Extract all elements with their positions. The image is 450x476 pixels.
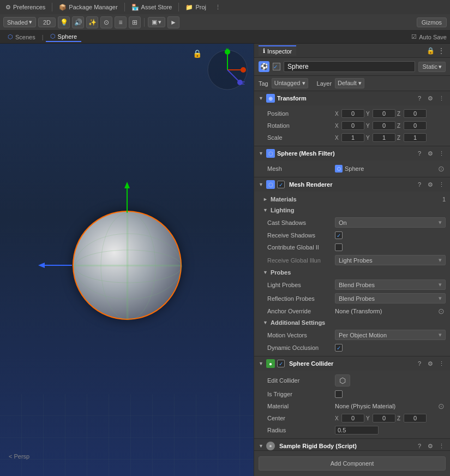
dynamic-occlusion-row: Dynamic Occlusion bbox=[254, 342, 450, 354]
position-z-input[interactable] bbox=[404, 109, 427, 118]
mesh-filter-header[interactable]: ▼ ⬡ Sphere (Mesh Filter) ? ⚙ ⋮ bbox=[254, 146, 450, 160]
sphere-collider-settings[interactable]: ⚙ bbox=[426, 359, 435, 368]
layer-select[interactable]: Default ▾ bbox=[335, 78, 364, 88]
object-enabled-checkbox[interactable] bbox=[273, 63, 280, 70]
reflection-probes-dropdown[interactable]: Blend Probes ▾ bbox=[335, 293, 446, 304]
inspector-menu-btn[interactable]: ⋮ bbox=[437, 46, 446, 55]
is-trigger-checkbox[interactable] bbox=[335, 390, 343, 398]
inspector-tab[interactable]: ℹ Inspector bbox=[259, 45, 296, 56]
rigid-body-help[interactable]: ? bbox=[415, 442, 424, 450]
shading-dropdown[interactable]: Shaded ▾ bbox=[3, 17, 36, 27]
rotation-x-input[interactable] bbox=[341, 121, 364, 130]
edit-collider-btn[interactable]: ⬡ bbox=[335, 374, 350, 386]
cast-shadows-dropdown[interactable]: On ▾ bbox=[335, 217, 446, 228]
add-component-button[interactable]: Add Component bbox=[259, 456, 446, 471]
add-component-area: Add Component bbox=[254, 450, 450, 476]
receive-shadows-checkbox[interactable] bbox=[335, 231, 343, 239]
script-icon: ● bbox=[266, 442, 275, 450]
x-arrowhead bbox=[38, 263, 45, 268]
mesh-icon: ⬡ bbox=[335, 165, 343, 172]
mesh-renderer-more[interactable]: ⋮ bbox=[437, 180, 446, 189]
position-y-input[interactable] bbox=[373, 109, 395, 118]
motion-vectors-dropdown[interactable]: Per Object Motion ▾ bbox=[335, 330, 446, 340]
sphere-collider-enabled[interactable] bbox=[277, 360, 285, 367]
collider-material-btn[interactable]: ⊙ bbox=[437, 402, 446, 410]
anim-toggle[interactable]: ⊞ bbox=[129, 16, 141, 28]
scale-label: Scale bbox=[267, 134, 333, 141]
menu-asset-store[interactable]: 🏪 Asset Store bbox=[128, 3, 176, 12]
light-probes-dropdown[interactable]: Blend Probes ▾ bbox=[335, 279, 446, 290]
tab-scenes[interactable]: ⬡ Scenes bbox=[3, 32, 40, 41]
menu-proj[interactable]: 📁 Proj bbox=[182, 3, 209, 12]
inspector-lock-btn[interactable]: 🔒 bbox=[426, 46, 435, 55]
dynamic-occlusion-checkbox[interactable] bbox=[335, 344, 343, 352]
layout-dropdown[interactable]: ▣ ▾ bbox=[148, 17, 165, 27]
auto-save-checkbox[interactable]: ☑ bbox=[411, 33, 417, 40]
asset-icon: 🏪 bbox=[131, 4, 139, 11]
transform-more[interactable]: ⋮ bbox=[437, 94, 446, 103]
menu-more[interactable]: ⋮ bbox=[212, 3, 224, 12]
sphere-icon: ⬡ bbox=[50, 33, 56, 40]
cast-shadows-row: Cast Shadows On ▾ bbox=[254, 216, 450, 229]
rigid-body-settings[interactable]: ⚙ bbox=[426, 442, 435, 450]
menu-divider-2 bbox=[124, 3, 125, 11]
shading-arrow: ▾ bbox=[29, 19, 32, 26]
mesh-filter-help[interactable]: ? bbox=[415, 149, 424, 158]
static-button[interactable]: Static ▾ bbox=[418, 62, 446, 72]
rotation-y-input[interactable] bbox=[373, 121, 395, 130]
radius-input[interactable] bbox=[335, 426, 379, 435]
rigid-body-more[interactable]: ⋮ bbox=[437, 442, 446, 450]
menu-package-manager[interactable]: 📦 Package Manager bbox=[56, 3, 121, 12]
lighting-section[interactable]: ▼ Lighting bbox=[254, 205, 450, 216]
scene-lock[interactable]: 🔒 bbox=[193, 49, 202, 58]
mesh-filter-more[interactable]: ⋮ bbox=[437, 149, 446, 158]
anchor-override-btn[interactable]: ⊙ bbox=[437, 307, 446, 316]
mesh-renderer-header[interactable]: ▼ ⬡ Mesh Renderer ? ⚙ ⋮ bbox=[254, 177, 450, 192]
sphere-object[interactable] bbox=[73, 211, 182, 320]
rotation-z-input[interactable] bbox=[404, 121, 427, 130]
object-name-field[interactable] bbox=[284, 61, 415, 72]
rotation-label: Rotation bbox=[267, 122, 333, 129]
play-toggle[interactable]: ► bbox=[167, 16, 179, 28]
contribute-gi-checkbox[interactable] bbox=[335, 243, 343, 251]
fog-toggle[interactable]: ≡ bbox=[115, 16, 127, 28]
tag-select[interactable]: Untagged ▾ bbox=[272, 78, 308, 88]
light-probes-row: Light Probes Blend Probes ▾ bbox=[254, 278, 450, 291]
probes-section[interactable]: ▼ Probes bbox=[254, 267, 450, 278]
2d-button[interactable]: 2D bbox=[38, 17, 56, 27]
mesh-renderer-enabled[interactable] bbox=[277, 181, 285, 188]
inspector-content[interactable]: ⚽ Static ▾ Tag Untagged ▾ Layer Default bbox=[254, 58, 450, 450]
center-y-input[interactable] bbox=[373, 414, 395, 423]
probes-arrow: ▼ bbox=[263, 270, 268, 275]
materials-section[interactable]: ► Materials 1 bbox=[254, 194, 450, 205]
fx-toggle[interactable]: ✨ bbox=[86, 16, 98, 28]
sphere-container[interactable] bbox=[73, 211, 182, 320]
additional-settings-section[interactable]: ▼ Additional Settings bbox=[254, 317, 450, 328]
center-z-input[interactable] bbox=[404, 414, 427, 423]
mesh-renderer-help[interactable]: ? bbox=[415, 180, 424, 189]
transform-header[interactable]: ▼ ⊕ Transform ? ⚙ ⋮ bbox=[254, 91, 450, 105]
mesh-filter-settings[interactable]: ⚙ bbox=[426, 149, 435, 158]
gizmos-button[interactable]: Gizmos bbox=[417, 17, 447, 27]
mesh-renderer-settings[interactable]: ⚙ bbox=[426, 180, 435, 189]
scale-x-input[interactable] bbox=[341, 133, 364, 142]
transform-help[interactable]: ? bbox=[415, 94, 424, 103]
sphere-collider-more[interactable]: ⋮ bbox=[437, 359, 446, 368]
sphere-collider-help[interactable]: ? bbox=[415, 359, 424, 368]
receive-gi-dropdown[interactable]: Light Probes ▾ bbox=[335, 255, 446, 265]
position-x-input[interactable] bbox=[341, 109, 364, 118]
mesh-select-btn[interactable]: ⊙ bbox=[437, 164, 446, 173]
transform-settings[interactable]: ⚙ bbox=[426, 94, 435, 103]
scale-z-input[interactable] bbox=[404, 133, 427, 142]
audio-toggle[interactable]: 🔊 bbox=[72, 16, 84, 28]
scale-y-input[interactable] bbox=[373, 133, 395, 142]
center-x-input[interactable] bbox=[341, 414, 364, 423]
menu-preferences[interactable]: ⚙ Preferences bbox=[2, 3, 49, 12]
light-toggle[interactable]: 💡 bbox=[58, 16, 70, 28]
skybox-toggle[interactable]: ⊙ bbox=[100, 16, 112, 28]
proj-icon: 📁 bbox=[185, 4, 193, 11]
sphere-collider-header[interactable]: ▼ ● Sphere Collider ? ⚙ ⋮ bbox=[254, 356, 450, 371]
tab-sphere[interactable]: ⬡ Sphere bbox=[46, 32, 81, 42]
scene-view[interactable]: y z < Persp 🔒 bbox=[0, 44, 254, 476]
rigid-body-header[interactable]: ▼ ● Sample Rigid Body (Script) ? ⚙ ⋮ bbox=[254, 439, 450, 450]
